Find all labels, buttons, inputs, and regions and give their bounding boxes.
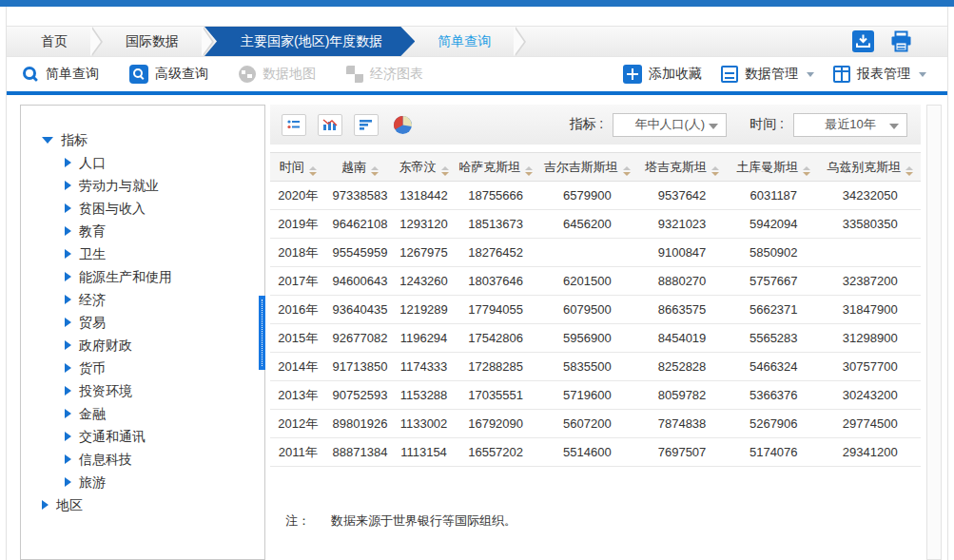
value-cell: 32387200	[819, 267, 921, 296]
value-cell: 6079500	[538, 296, 636, 324]
bar-chart-view-icon[interactable]	[318, 114, 342, 136]
column-header-label: 土库曼斯坦	[736, 160, 798, 174]
column-header[interactable]: 土库曼斯坦	[728, 153, 819, 182]
report-management-menu[interactable]: 报表管理	[833, 66, 926, 83]
value-cell: 1196294	[395, 324, 454, 353]
sidebar-item[interactable]: 金融	[65, 402, 264, 425]
economic-chart-button: 经济图表	[346, 66, 423, 83]
sidebar-item[interactable]: 教育	[65, 220, 264, 242]
value-cell: 8454019	[636, 324, 728, 353]
sidebar-item[interactable]: 经济	[65, 288, 264, 311]
plus-icon	[623, 65, 642, 84]
footnote-text: 数据来源于世界银行等国际组织。	[331, 512, 516, 530]
value-cell: 93640435	[325, 296, 394, 324]
sidebar-item[interactable]: 投资环境	[65, 379, 264, 402]
tab-simple-query[interactable]: 简单查询	[415, 27, 514, 56]
column-header[interactable]: 东帝汶	[395, 153, 454, 182]
sidebar-item[interactable]: 能源生产和使用	[65, 265, 264, 288]
sidebar-item[interactable]: 政府财政	[65, 334, 264, 357]
top-blue-bar	[0, 0, 954, 7]
sidebar-item[interactable]: 劳动力与就业	[65, 174, 264, 197]
download-icon[interactable]	[852, 30, 874, 52]
pie-chart-view-icon[interactable]	[390, 114, 415, 136]
value-cell: 18037646	[453, 267, 537, 296]
simple-query-button[interactable]: 简单查询	[22, 66, 99, 83]
page-frame: 首页 国际数据 主要国家(地区)年度数据 简单查询 简单查询	[6, 7, 948, 560]
chevron-down-icon	[807, 72, 814, 77]
indicator-filter-label: 指标 :	[569, 116, 603, 133]
value-cell: 1174333	[395, 353, 454, 381]
indicator-select[interactable]: 年中人口(人)	[613, 113, 727, 137]
column-header[interactable]: 时间	[270, 153, 325, 182]
tab-international-data[interactable]: 国际数据	[103, 27, 202, 56]
footnote: 注： 数据来源于世界银行等国际组织。	[285, 512, 921, 530]
sidebar-item[interactable]: 信息科技	[65, 448, 264, 471]
add-favorite-button[interactable]: 添加收藏	[623, 65, 702, 84]
data-table: 时间越南东帝汶哈萨克斯坦吉尔吉斯斯坦塔吉克斯坦土库曼斯坦乌兹别克斯坦 2020年…	[270, 152, 921, 467]
vertical-scrollbar-track[interactable]	[926, 105, 942, 560]
filters: 指标 : 年中人口(人) 时间 : 最近10年	[569, 113, 907, 137]
year-cell: 2018年	[270, 239, 325, 267]
value-cell: 17542806	[453, 324, 537, 353]
year-cell: 2014年	[270, 353, 325, 381]
value-cell: 7697507	[636, 438, 728, 467]
value-cell: 5607200	[538, 410, 636, 438]
value-cell: 88871384	[325, 438, 394, 467]
sort-icon	[525, 166, 533, 176]
advanced-query-button[interactable]: 高级查询	[129, 65, 208, 84]
table-icon	[833, 66, 850, 83]
sidebar-item[interactable]: 货币	[65, 357, 264, 379]
triangle-right-icon	[65, 340, 71, 350]
main-panel: 指标 : 年中人口(人) 时间 : 最近10年 时间越南东帝汶哈萨克斯坦吉尔吉斯…	[270, 105, 942, 560]
column-header[interactable]: 吉尔吉斯斯坦	[538, 153, 636, 182]
year-cell: 2019年	[270, 210, 325, 239]
triangle-right-icon	[65, 181, 71, 190]
time-select[interactable]: 最近10年	[793, 113, 907, 137]
year-cell: 2011年	[270, 438, 325, 467]
sidebar: 指标 人口 劳动力与就业	[20, 105, 265, 560]
column-header[interactable]: 塔吉克斯坦	[636, 153, 728, 182]
value-cell: 1219289	[395, 296, 454, 324]
sidebar-item[interactable]: 人口	[65, 151, 264, 174]
sidebar-item[interactable]: 交通和通讯	[65, 425, 264, 448]
tree-root-indicators[interactable]: 指标	[42, 128, 264, 151]
sidebar-item[interactable]: 卫生	[65, 242, 264, 265]
value-cell: 95545959	[325, 239, 394, 267]
triangle-right-icon	[65, 386, 71, 396]
value-cell: 31298900	[819, 324, 921, 353]
tree-root-regions[interactable]: 地区	[42, 493, 264, 516]
column-header-label: 塔吉克斯坦	[645, 160, 707, 174]
value-cell: 17794055	[453, 296, 537, 324]
table-body: 2020年97338583131844218755666657990095376…	[270, 182, 921, 467]
sidebar-item[interactable]: 贸易	[65, 311, 264, 334]
value-cell: 6456200	[538, 210, 636, 239]
column-header[interactable]: 越南	[325, 153, 394, 182]
value-cell: 89801926	[325, 410, 394, 438]
tab-home[interactable]: 首页	[18, 27, 90, 56]
triangle-right-icon	[65, 409, 71, 418]
sidebar-item[interactable]: 贫困与收入	[65, 197, 264, 220]
value-cell: 5174076	[728, 438, 819, 467]
sort-icon	[309, 166, 317, 176]
data-management-menu[interactable]: 数据管理	[721, 66, 814, 83]
toolbar-right-group: 添加收藏 数据管理 报表管理	[623, 65, 932, 84]
column-header[interactable]: 哈萨克斯坦	[453, 153, 537, 182]
data-map-icon	[239, 66, 256, 83]
value-cell: 5267906	[728, 410, 819, 438]
value-cell: 5565283	[728, 324, 819, 353]
year-cell: 2013年	[270, 381, 325, 410]
sidebar-scrollbar-thumb[interactable]	[259, 296, 265, 370]
value-cell: 1267975	[395, 239, 454, 267]
horizontal-bar-view-icon[interactable]	[354, 114, 379, 136]
sidebar-item[interactable]: 旅游	[65, 471, 264, 493]
query-toolbar: 简单查询 高级查询 数据地图 经济图表 添加收藏 数据管理	[7, 57, 947, 91]
list-view-icon[interactable]	[282, 114, 306, 136]
chevron-down-icon	[709, 124, 718, 129]
chevron-down-icon	[889, 124, 899, 129]
tab-annual-data-active[interactable]: 主要国家(地区)年度数据	[204, 27, 415, 56]
print-icon[interactable]	[889, 30, 913, 52]
value-cell: 8663575	[636, 296, 728, 324]
chevron-separator-icon	[514, 27, 526, 56]
value-cell: 94600643	[325, 267, 394, 296]
column-header[interactable]: 乌兹别克斯坦	[819, 153, 921, 182]
